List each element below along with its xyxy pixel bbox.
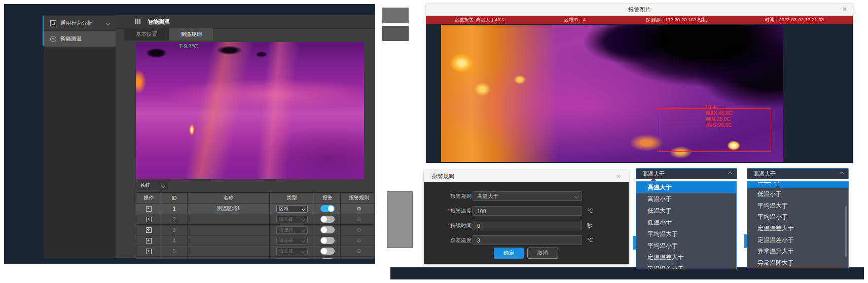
dropdown-option[interactable]: 高温小于 xyxy=(636,193,736,205)
dropdown-option[interactable]: 平均温小于 xyxy=(636,240,736,252)
close-icon[interactable]: × xyxy=(617,173,621,180)
type-select[interactable]: 请选择 xyxy=(276,226,308,234)
gear-icon[interactable]: ⚙ xyxy=(356,216,361,222)
type-value: 请选择 xyxy=(279,227,293,233)
tab-basic-settings[interactable]: 基本设置 xyxy=(124,28,169,41)
dropdown-option[interactable]: 异常温升大于 xyxy=(747,246,848,257)
alarm-toggle[interactable] xyxy=(320,258,335,259)
chevron-down-icon xyxy=(301,238,305,242)
add-icon[interactable] xyxy=(146,217,152,222)
dropdown-option[interactable]: 低温小于 xyxy=(747,188,848,200)
alert-bar-item: 温度报警-高温大于40℃ xyxy=(455,17,505,23)
gear-icon[interactable]: ⚙ xyxy=(356,259,361,259)
field-select[interactable]: 高温大于 xyxy=(473,191,582,201)
add-icon[interactable] xyxy=(146,249,152,254)
thermal-preview-image xyxy=(136,42,364,179)
type-value: 区域 xyxy=(279,206,288,212)
select-value: 高温大于 xyxy=(642,170,665,178)
type-select[interactable]: 请选择 xyxy=(276,258,308,259)
sidebar-item-label: 智能测温 xyxy=(60,35,82,43)
gear-icon[interactable]: ⚙ xyxy=(356,248,361,254)
tab-thermometry-rules[interactable]: 测温规则 xyxy=(169,28,213,41)
dropdown-option[interactable]: 高温大于 xyxy=(636,182,736,193)
row-id: 6 xyxy=(161,257,188,259)
field-label: *持续时间 xyxy=(429,222,472,229)
row-id: 5 xyxy=(161,246,188,257)
add-icon[interactable] xyxy=(146,227,152,233)
alarm-toggle[interactable] xyxy=(320,248,335,255)
dropdown-option-partial[interactable]: 低温大于 xyxy=(747,182,848,188)
row-name xyxy=(188,214,270,225)
thermometry-icon xyxy=(50,36,56,42)
table-row: 2请选择⚙ xyxy=(136,214,375,225)
dropdown-option[interactable]: 低温大于 xyxy=(636,205,736,217)
type-select[interactable]: 请选择 xyxy=(276,216,308,223)
rule-dialog-titlebar: 报警规则 × xyxy=(424,170,629,182)
alarm-rule-dialog xyxy=(424,170,629,264)
gear-icon[interactable]: ⚙ xyxy=(356,206,361,212)
type-select[interactable]: 区域 xyxy=(276,205,308,213)
chevron-down-icon xyxy=(161,183,165,187)
alert-bar-item: 区域ID：4 xyxy=(564,17,586,23)
table-column-header: 类型 xyxy=(270,193,314,204)
region-icon[interactable] xyxy=(146,206,152,212)
dropdown-option[interactable]: 异常温降大于 xyxy=(747,257,848,268)
gear-icon[interactable]: ⚙ xyxy=(356,227,361,233)
dropdown-option[interactable]: 定温温差大于 xyxy=(636,252,736,263)
popup-caret xyxy=(650,178,657,181)
rule-type-options-a: 高温大于高温小于低温大于低温小于平均温大于平均温小于定温温差大于定温温差小于 xyxy=(636,181,737,269)
rule-type-select-b[interactable]: 高温大于 xyxy=(747,168,849,179)
screenshot-fragment xyxy=(382,26,409,41)
scrollbar-thumb[interactable] xyxy=(845,206,847,257)
field-value: 0 xyxy=(477,223,480,229)
chevron-down-icon xyxy=(301,207,305,210)
row-id: 4 xyxy=(161,235,188,246)
type-value: 请选择 xyxy=(279,259,293,259)
field-input[interactable]: 100 xyxy=(473,206,582,216)
palette-select[interactable]: 铁红 xyxy=(136,181,168,190)
row-name xyxy=(188,246,270,257)
dropdown-option[interactable]: 定温温差小于 xyxy=(747,234,848,246)
row-id: 2 xyxy=(161,214,188,225)
row-name xyxy=(188,257,270,259)
rule-field-row: 报警规则高温大于 xyxy=(424,191,629,201)
confirm-button[interactable]: 确定 xyxy=(494,248,524,259)
field-label: *报警温度 xyxy=(429,208,472,215)
alarm-toggle[interactable] xyxy=(320,216,335,223)
sidebar-group-behavior-analysis[interactable]: 通用行为分析 xyxy=(44,16,116,30)
dropdown-option[interactable]: 平均温大于 xyxy=(636,228,736,240)
alarm-dialog-titlebar: 报警图片 × xyxy=(426,4,853,16)
chevron-down-icon xyxy=(301,249,305,253)
gear-icon[interactable]: ⚙ xyxy=(356,237,361,244)
rule-field-row: *报警温度100℃ xyxy=(424,206,629,216)
cancel-button[interactable]: 取消 xyxy=(527,248,558,259)
add-icon[interactable] xyxy=(146,238,152,244)
rule-dialog-title: 报警规则 xyxy=(432,173,454,180)
close-icon[interactable]: × xyxy=(843,5,847,13)
alarm-toggle[interactable] xyxy=(320,237,335,244)
dropdown-option[interactable]: 定温温差大于 xyxy=(747,223,848,234)
field-label: 报警规则 xyxy=(429,193,472,200)
table-header-row: 操作ID名称类型报警报警规则 xyxy=(136,193,375,204)
dropdown-option[interactable]: 平均温大于 xyxy=(747,200,848,212)
chevron-down-icon xyxy=(301,228,305,231)
field-input[interactable]: 3 xyxy=(473,235,582,245)
field-unit: ℃ xyxy=(587,237,593,243)
field-input[interactable]: 0 xyxy=(473,221,582,230)
module-title: 智能测温 xyxy=(148,18,170,26)
alarm-toggle[interactable] xyxy=(320,205,335,212)
field-unit: ℃ xyxy=(587,208,593,214)
type-value: 请选择 xyxy=(279,248,293,255)
dropdown-option[interactable]: 平均温小于 xyxy=(747,211,848,223)
type-select[interactable]: 请选择 xyxy=(276,237,308,245)
sidebar-item-smart-thermometry[interactable]: 智能测温 xyxy=(44,31,116,47)
type-select[interactable]: 请选择 xyxy=(276,248,308,255)
table-column-header: 报警 xyxy=(314,193,341,204)
screenshot-canvas: 通用行为分析 智能测温 智能测温 基本设置 测温规则 T-9.7℃ 铁红 操作I… xyxy=(0,0,868,283)
dropdown-option[interactable]: 低温小于 xyxy=(636,217,736,228)
dropdown-option[interactable]: 定温温差小于 xyxy=(636,263,736,269)
screenshot-fragment xyxy=(382,8,409,23)
sidebar-group-label: 通用行为分析 xyxy=(60,20,92,27)
alarm-toggle[interactable] xyxy=(320,226,335,233)
required-asterisk: * xyxy=(447,222,449,228)
